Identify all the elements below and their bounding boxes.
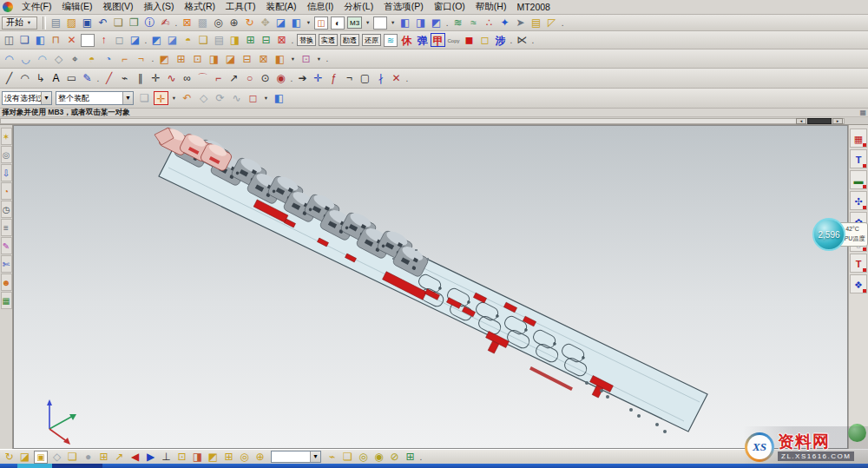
menu-tools[interactable]: 工具(T) [220, 0, 260, 14]
extend-icon[interactable]: ➔ [295, 71, 310, 85]
layer-visible-icon[interactable]: ≈ [466, 16, 481, 30]
feature-extrude-icon[interactable]: ◩ [157, 52, 172, 66]
circle-icon[interactable]: ○ [242, 71, 257, 85]
feature-pad-icon[interactable]: ◨ [207, 52, 221, 66]
gallery-tab-icon[interactable]: ▦ [1, 292, 12, 309]
undo-orange-icon[interactable]: ↶ [180, 91, 194, 105]
roles-tab-icon[interactable]: ✶ [1, 128, 12, 145]
body-button[interactable]: 休 [399, 33, 414, 47]
part-thumb-8[interactable]: ❖ [850, 274, 867, 293]
sphere-icon[interactable]: ◔ [101, 52, 115, 66]
menu-information[interactable]: 信息(I) [301, 0, 339, 14]
marquee-icon[interactable]: ◻ [246, 91, 260, 105]
examine-icon[interactable]: ⌖ [68, 52, 82, 66]
history-tab-icon[interactable]: ◷ [1, 201, 12, 218]
curve-arrow-icon[interactable]: ∿ [229, 91, 244, 105]
ruler-icon[interactable]: ▤ [529, 16, 543, 30]
menu-edit[interactable]: 编辑(E) [56, 0, 97, 14]
slab-1-icon[interactable]: ◩ [149, 33, 164, 47]
spring-button[interactable]: 弹 [415, 33, 430, 47]
explode-add-icon[interactable]: ⊕ [253, 450, 267, 464]
asm-move-icon[interactable]: ↗ [112, 450, 127, 464]
shaded-cube-icon[interactable]: ◧ [289, 16, 304, 30]
fit-view-icon[interactable]: ⊠ [180, 16, 194, 30]
scissors-tab-icon[interactable]: ✄ [1, 255, 12, 273]
iso-cube-icon[interactable]: ◪ [128, 33, 142, 47]
lock-icon[interactable]: ⊘ [387, 450, 402, 464]
menu-view[interactable]: 视图(V) [97, 0, 138, 14]
mirror-left-icon[interactable]: ◀ [128, 450, 142, 464]
asm-iso-icon[interactable]: ◇ [49, 450, 64, 464]
rotate-gray-icon[interactable]: ⟳ [213, 91, 227, 105]
cross-icon[interactable]: ✛ [148, 71, 163, 85]
half-ball-icon[interactable]: ◓ [84, 52, 99, 66]
shaded-view-icon[interactable]: ◧ [272, 91, 286, 105]
scrollbar-left-arrow[interactable]: ◂ [796, 118, 806, 124]
asm-add-icon[interactable]: ⊞ [96, 450, 111, 464]
chain-icon[interactable]: ❏ [137, 91, 152, 105]
cube-sub-icon[interactable]: ⊟ [259, 33, 273, 47]
feature-pattern-icon[interactable]: ⊡ [299, 52, 313, 66]
wedge-icon[interactable]: ◪ [273, 16, 288, 30]
spline-icon[interactable]: ∿ [164, 71, 179, 85]
bend-icon[interactable]: ¬ [342, 71, 357, 85]
menu-preferences[interactable]: 首选项(P) [378, 0, 429, 14]
boss-icon[interactable]: ¬ [134, 52, 148, 66]
menu-help[interactable]: 帮助(H) [470, 0, 512, 14]
feature-slot-icon[interactable]: ⊟ [240, 52, 254, 66]
viewport-canvas[interactable] [14, 126, 848, 449]
swatch-arrow[interactable]: ▾ [389, 19, 397, 26]
datum-points-icon[interactable]: ∴ [482, 16, 496, 30]
cross2-icon[interactable]: ✕ [389, 71, 404, 85]
part-thumb-4[interactable]: ✣ [850, 191, 867, 210]
stripes-icon[interactable]: ≋ [384, 34, 398, 47]
copy-doc-icon[interactable]: ❏ [111, 16, 126, 30]
orient-view-1-icon[interactable]: ◧ [398, 16, 412, 30]
start-button[interactable]: 开始 ▾ [2, 16, 37, 30]
gold-cube2-icon[interactable]: ◩ [206, 450, 220, 464]
line-icon[interactable]: ╱ [2, 71, 16, 85]
split-window-icon[interactable]: ◫ [2, 33, 16, 47]
replace-button[interactable]: 替换 [297, 34, 316, 46]
blank-view-icon[interactable] [81, 34, 95, 47]
part-thumb-1[interactable]: ▦ [850, 129, 867, 148]
asm-cube-icon[interactable]: ◪ [17, 450, 32, 464]
orient-view-3-icon[interactable]: ◩ [429, 16, 444, 30]
orient-view-2-icon[interactable]: ◨ [413, 16, 428, 30]
sheet-icon[interactable]: ▢ [358, 71, 372, 85]
link2-icon[interactable]: ⌁ [325, 450, 339, 464]
arc2-icon[interactable]: ⌒ [195, 71, 210, 85]
details-tab-icon[interactable]: ≡ [1, 219, 12, 236]
win-cube-icon[interactable]: ⊡ [174, 450, 189, 464]
book-icon[interactable]: ❏ [17, 33, 32, 47]
divide-icon[interactable]: ∤ [373, 71, 388, 85]
part-thumb-3[interactable]: ▬ [850, 170, 867, 189]
jia-button[interactable]: 甲 [431, 33, 445, 47]
loop-icon[interactable]: ∞ [180, 71, 194, 85]
shade-mode-arrow[interactable]: ▾ [305, 19, 312, 26]
arrangement-combo[interactable]: ▼ [271, 451, 321, 463]
download-tab-icon[interactable]: ⇩ [1, 164, 12, 181]
orange-ball-tab-icon[interactable]: ◔ [1, 182, 12, 200]
marquee-arrow[interactable]: ▾ [262, 95, 270, 102]
arrow-up-right-icon[interactable]: ↗ [227, 71, 241, 85]
arrow-up-icon[interactable]: ↑ [96, 33, 111, 47]
glass-cube-icon[interactable]: ◻ [477, 33, 492, 47]
scrollbar-track[interactable] [0, 118, 845, 124]
snap-x-icon[interactable]: ✕ [64, 33, 79, 47]
menu-file[interactable]: 文件(F) [16, 0, 56, 14]
menu-insert[interactable]: 插入(S) [138, 0, 179, 14]
key-icon[interactable]: ◉ [372, 450, 386, 464]
cpu-speed-badge[interactable]: 2,596 [812, 218, 845, 251]
scrollbar-right-arrow[interactable]: ▸ [832, 118, 843, 124]
wire-cube-icon[interactable]: ◻ [112, 33, 127, 47]
feature-unite-icon[interactable]: ◧ [273, 52, 287, 66]
fx-icon[interactable]: ƒ [326, 71, 341, 85]
teapot-icon[interactable]: ◇ [196, 91, 211, 105]
info-icon[interactable]: ⓘ [142, 16, 157, 30]
asm-copy-icon[interactable]: ❏ [65, 450, 80, 464]
perp-icon[interactable]: ⊥ [159, 450, 174, 464]
wireframe-box-icon[interactable]: ◫ [314, 16, 328, 30]
plus-icon[interactable]: ✛ [311, 71, 326, 85]
feature-hole-icon[interactable]: ⊞ [174, 52, 188, 66]
